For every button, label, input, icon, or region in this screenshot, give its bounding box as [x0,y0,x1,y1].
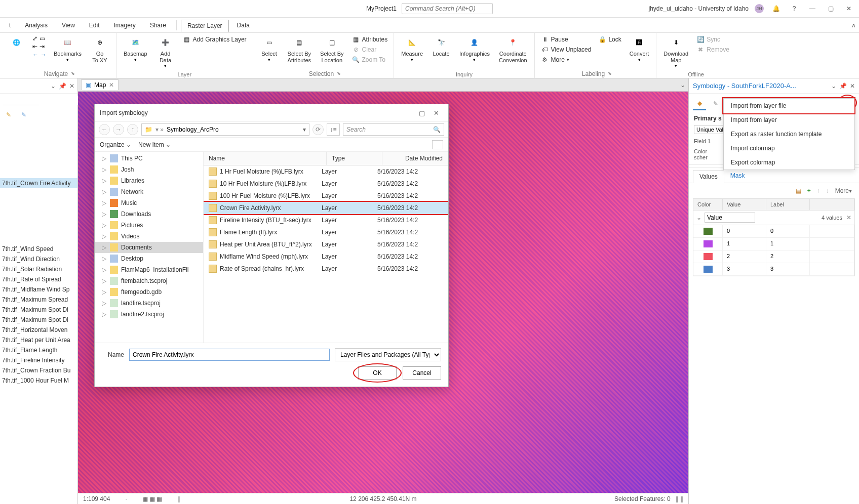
basemap-button[interactable]: 🗺️Basemap▾ [122,35,149,63]
contextual-tab-raster-layer[interactable]: Raster Layer [181,20,229,32]
zoom-in-icon[interactable]: ⇤ [32,43,37,50]
tree-item[interactable]: ▷Network [95,186,203,197]
tree-item[interactable]: ▷landfire.tscproj [95,298,203,309]
close-icon[interactable]: ✕ [843,5,855,12]
refresh-icon[interactable]: ⟳ [313,124,324,135]
menu-import-from-layer-file[interactable]: Import from layer file [724,99,854,113]
tree-item[interactable]: ▷landfire2.tscproj [95,309,203,320]
menu-item[interactable]: Share [144,20,172,31]
file-row[interactable]: Midflame Wind Speed (mph).lyrxLayer5/16/… [204,250,448,263]
select-by-attributes-button[interactable]: ▤Select By Attributes [286,35,313,64]
full-extent-icon[interactable]: ⤢ [32,35,37,42]
file-row[interactable]: Flame Length (ft).lyrxLayer5/16/2023 14:… [204,226,448,238]
select-button[interactable]: ▭Select▾ [258,35,281,63]
download-map-button[interactable]: ⬇Download Map▾ [661,35,690,69]
contextual-tab-data[interactable]: Data [231,20,256,31]
coordinate-conversion-button[interactable]: 📍Coordinate Conversion [497,35,529,64]
value-row[interactable]: 22 [693,250,854,263]
pause-labeling-button[interactable]: ⏸Pause [540,35,569,44]
col-date[interactable]: Date Modified [382,152,448,165]
file-row[interactable]: Crown Fire Activity.lyrxLayer5/16/2023 1… [204,202,448,214]
move-down-icon[interactable]: ↓ [826,187,829,194]
tree-item[interactable]: ▷Documents [95,242,203,253]
panel-close-icon[interactable]: ✕ [69,82,74,90]
select-by-location-button[interactable]: ◫Select By Location [318,35,345,64]
col-type[interactable]: Type [327,152,382,165]
value-row[interactable]: 00 [693,225,854,238]
tree-item[interactable]: ▷Downloads [95,208,203,220]
menu-item[interactable]: Imagery [108,20,142,31]
menu-import-colormap[interactable]: Import colormap [724,141,854,155]
filename-input[interactable] [129,349,330,361]
toc-item[interactable]: 7th.tif_Heat per Unit Area [0,335,77,345]
remove-button[interactable]: ✖Remove [695,45,730,54]
file-row[interactable]: 1 Hr Fuel Moisture (%)LFB.lyrxLayer5/16/… [204,165,448,178]
tab-list-dropdown-icon[interactable]: ⌄ [680,81,685,89]
collapse-group-icon[interactable]: ⌄ [696,214,701,221]
clear-selection-button[interactable]: ⊘Clear [351,45,378,54]
toc-item[interactable]: 7th.tif_Maximum Spot Di [0,315,77,325]
toc-item[interactable]: 7th.tif_Crown Fraction Bu [0,365,77,375]
color-swatch[interactable] [704,266,713,273]
file-row[interactable]: Fireline Intensity (BTU_ft-sec).lyrxLaye… [204,214,448,226]
snapping-icon[interactable]: ▦ ▦ ▦ [142,495,163,502]
nav-up-icon[interactable]: ↑ [127,124,138,135]
file-row[interactable]: Rate of Spread (chains_hr).lyrxLayer5/16… [204,263,448,275]
fixed-zoom-icon[interactable]: ▭ [40,35,45,42]
toc-item[interactable]: 7th.tif_Wind Speed [0,244,77,254]
maximize-icon[interactable]: ▢ [825,5,837,12]
toc-item[interactable]: 7th.tif_1000 Hour Fuel M [0,375,77,386]
menu-item[interactable]: View [56,20,81,31]
toc-item[interactable]: 7th.tif_Wind Direction [0,254,77,264]
menu-import-from-layer[interactable]: Import from layer [724,113,854,127]
ok-button[interactable]: OK [358,366,397,380]
user-avatar[interactable]: JH [755,4,764,13]
sort-button[interactable]: ↓≡ [327,123,340,136]
tree-item[interactable]: ▷Libraries [95,175,203,186]
value-row[interactable]: 33 [693,263,854,276]
panel-pin-icon[interactable]: 📌 [839,82,847,90]
add-data-button[interactable]: ➕Add Data▾ [154,35,177,69]
help-icon[interactable]: ? [788,5,800,12]
minimize-icon[interactable]: — [806,5,818,12]
color-swatch[interactable] [704,253,713,260]
infographics-button[interactable]: 👤Infographics▾ [457,35,492,63]
toc-item[interactable]: 7th.tif_Maximum Spot Di [0,305,77,315]
menu-item[interactable]: Analysis [19,20,54,31]
scale-value[interactable]: 1:109 404 [83,495,110,502]
add-graphics-layer-button[interactable]: ▦Add Graphics Layer [182,35,248,44]
file-row[interactable]: 10 Hr Fuel Moisture (%)LFB.lyrxLayer5/16… [204,178,448,190]
tree-item[interactable]: ▷This PC [95,153,203,164]
panel-dropdown-icon[interactable]: ⌄ [831,82,836,90]
toc-item[interactable]: 7th.tif_Horizontal Moven [0,325,77,335]
ribbon-collapse-icon[interactable]: ∧ [851,22,856,29]
tree-item[interactable]: ▷Desktop [95,253,203,264]
value-row[interactable]: 11 [693,238,854,250]
tree-item[interactable]: ▷Josh [95,164,203,175]
toc-list[interactable]: 7th.tif_Crown Fire Activity7th.tif_Wind … [0,122,77,504]
view-mode-icon[interactable] [432,140,443,149]
more-labeling-button[interactable]: ⚙More▾ [540,55,570,64]
convert-labels-button[interactable]: 🅰Convert▾ [628,35,651,63]
dialog-close-icon[interactable]: ✕ [429,109,443,117]
col-color[interactable]: Color [693,199,723,210]
tree-item[interactable]: ▷Pictures [95,220,203,231]
vary-symbology-tab-icon[interactable]: ✎ [709,97,722,110]
organize-button[interactable]: Organize ⌄ [100,141,131,148]
panel-pin-icon[interactable]: 📌 [59,82,66,90]
panel-close-icon[interactable]: ✕ [850,82,855,90]
nav-forward-icon[interactable]: → [113,124,124,135]
file-type-select[interactable]: Layer Files and Packages (All Types [335,348,441,361]
remove-group-icon[interactable]: ✕ [846,214,851,221]
move-up-icon[interactable]: ↑ [817,187,820,194]
panel-dropdown-icon[interactable]: ⌄ [51,82,56,90]
notifications-icon[interactable]: 🔔 [770,5,782,12]
zoom-out-icon[interactable]: ⇥ [40,43,45,50]
attributes-button[interactable]: ▦Attributes [351,35,389,44]
contents-search-input[interactable] [3,96,80,105]
next-extent-icon[interactable]: → [41,51,47,58]
menu-export-colormap[interactable]: Export colormap [724,155,854,170]
toc-item[interactable]: 7th.tif_Rate of Spread [0,274,77,284]
path-dropdown-icon[interactable]: ▾ [303,126,306,133]
primary-symbology-tab-icon[interactable]: ◆ [693,97,706,110]
